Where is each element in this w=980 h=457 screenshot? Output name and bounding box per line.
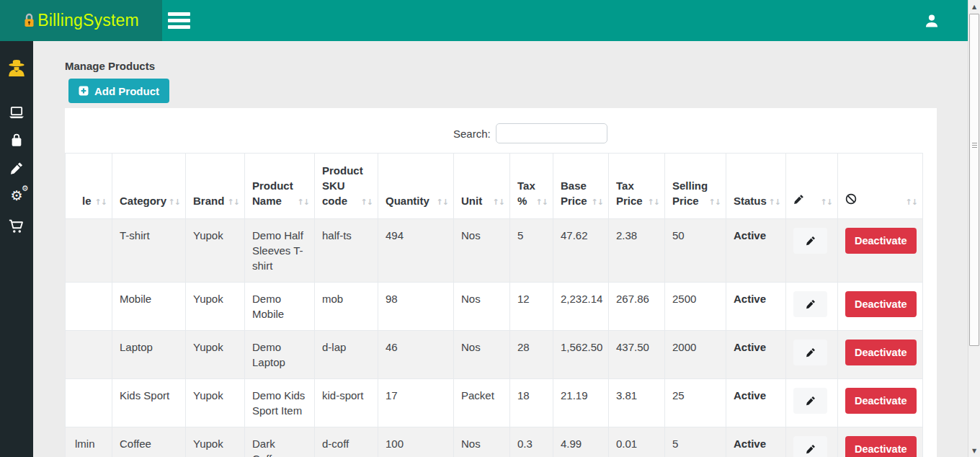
col-header-tax-price[interactable]: Tax Price↑↓ <box>609 154 665 219</box>
col-header-unit[interactable]: Unit↑↓ <box>454 154 510 219</box>
cell-category: Kids Sport <box>112 379 186 427</box>
cell-unit: Packet <box>454 379 510 427</box>
cell-selling-price: 2500 <box>665 283 726 331</box>
col-header-status[interactable]: Status↑↓ <box>726 154 786 219</box>
col-header-edit[interactable]: ↑↓ <box>786 154 838 219</box>
cell-product-name: Demo Half Sleeves T-shirt <box>245 219 315 283</box>
cell-tax-percent: 5 <box>510 219 553 283</box>
deactivate-button[interactable]: Deactivate <box>845 228 917 254</box>
sort-icon: ↑↓ <box>493 197 504 208</box>
cell-unit: Nos <box>454 331 510 379</box>
main-content: Manage Products Add Product Search: <box>33 41 968 457</box>
cell-selling-price: 5 <box>665 427 726 457</box>
brand-logo[interactable]: BillingSystem <box>0 0 162 41</box>
cell-selling-price: 50 <box>665 219 726 283</box>
search-input[interactable] <box>496 123 607 143</box>
sort-icon: ↑↓ <box>906 197 917 208</box>
cell-tax-price: 267.86 <box>609 283 665 331</box>
col-header-brand[interactable]: Brand↑↓ <box>186 154 245 219</box>
scroll-down-icon[interactable]: ▼ <box>968 445 980 456</box>
user-secret-icon[interactable] <box>7 58 27 78</box>
cell-category: Mobile <box>112 283 186 331</box>
table-row: Kids Sport Yupok Demo Kids Sport Item ki… <box>66 379 923 427</box>
status-badge: Active <box>726 331 786 379</box>
pencil-icon[interactable] <box>10 161 24 175</box>
laptop-icon[interactable] <box>9 106 24 120</box>
cell-product-name: Demo Kids Sport Item <box>245 379 315 427</box>
brand-name: BillingSystem <box>37 11 139 30</box>
edit-button[interactable] <box>793 436 827 457</box>
shopping-cart-icon[interactable] <box>9 219 24 234</box>
cell-brand: Yupok <box>186 427 245 457</box>
edit-button[interactable] <box>793 340 827 365</box>
col-header-base-price[interactable]: Base Price↑↓ <box>553 154 609 219</box>
sort-icon: ↑↓ <box>169 197 180 208</box>
edit-button[interactable] <box>793 291 827 317</box>
cell-tax-price: 3.81 <box>609 379 665 427</box>
sort-icon: ↑↓ <box>298 197 309 208</box>
scrollbar-grip <box>972 143 977 149</box>
cell-sku: half-ts <box>315 219 378 283</box>
col-header-category[interactable]: Category↑↓ <box>112 154 186 219</box>
edit-button[interactable] <box>793 228 827 254</box>
sort-icon: ↑↓ <box>648 197 659 208</box>
scrollbar-thumb[interactable] <box>969 14 979 346</box>
cell-tax-percent: 28 <box>510 331 553 379</box>
deactivate-button[interactable]: Deactivate <box>845 436 917 457</box>
table-row: Laptop Yupok Demo Laptop d-lap 46 Nos 28… <box>66 331 923 379</box>
cell-brand: Yupok <box>186 219 245 283</box>
cell-base-price: 47.62 <box>553 219 609 283</box>
table-row: lmin Coffee Yupok Dark Coffee d-coff 100… <box>66 427 923 457</box>
user-account-icon[interactable] <box>918 7 945 35</box>
cell-category: Laptop <box>112 331 186 379</box>
col-header-product-name[interactable]: Product Name↑↓ <box>245 154 315 219</box>
scroll-up-icon[interactable]: ▲ <box>968 1 980 12</box>
status-badge: Active <box>726 283 786 331</box>
col-header-sku[interactable]: Product SKU code↑↓ <box>315 154 378 219</box>
gears-icon[interactable]: ⚙⚙ <box>10 189 22 203</box>
hamburger-menu-icon[interactable] <box>168 6 201 35</box>
add-product-label: Add Product <box>94 85 159 97</box>
cell-unit: Nos <box>454 283 510 331</box>
status-badge: Active <box>726 379 786 427</box>
edit-button[interactable] <box>793 388 827 414</box>
col-header-tax-percent[interactable]: Tax %↑↓ <box>510 154 553 219</box>
plus-square-icon <box>79 86 89 96</box>
deactivate-button[interactable]: Deactivate <box>845 291 917 317</box>
col-header-selling-price[interactable]: Selling Price↑↓ <box>665 154 726 219</box>
cell-sku: d-coff <box>315 427 378 457</box>
cell-brand: Yupok <box>186 283 245 331</box>
status-badge: Active <box>726 427 786 457</box>
vertical-scrollbar[interactable]: ▲ ▼ <box>968 0 980 457</box>
cell-quantity: 98 <box>378 283 454 331</box>
sort-icon: ↑↓ <box>437 197 448 208</box>
cell-category: Coffee <box>112 427 186 457</box>
cell-tax-price: 437.50 <box>609 331 665 379</box>
cell-quantity: 494 <box>378 219 454 283</box>
cell-base-price: 1,562.50 <box>553 331 609 379</box>
deactivate-button[interactable]: Deactivate <box>845 388 917 414</box>
add-product-button[interactable]: Add Product <box>68 79 169 103</box>
cell-unit: Nos <box>454 427 510 457</box>
left-sidebar: ⚙⚙ <box>0 41 33 457</box>
cell-sku: kid-sport <box>315 379 378 427</box>
cell-category: T-shirt <box>112 219 186 283</box>
cell-clipped <box>66 379 112 427</box>
sort-icon: ↑↓ <box>769 197 780 208</box>
col-header-quantity[interactable]: Quantity↑↓ <box>378 154 454 219</box>
products-card: Search: le↑↓ Category↑↓ Brand↑↓ Product … <box>65 108 937 457</box>
sort-icon: ↑↓ <box>361 197 373 208</box>
products-table-wrap: le↑↓ Category↑↓ Brand↑↓ Product Name↑↓ P… <box>65 153 922 457</box>
cell-sku: d-lap <box>315 331 378 379</box>
cell-clipped: lmin <box>66 427 112 457</box>
cell-selling-price: 25 <box>665 379 726 427</box>
deactivate-button[interactable]: Deactivate <box>845 340 917 365</box>
cell-base-price: 2,232.14 <box>553 283 609 331</box>
cell-unit: Nos <box>454 219 510 283</box>
shopping-bag-icon[interactable] <box>10 133 24 147</box>
col-header-deactivate[interactable]: ↑↓ <box>838 154 923 219</box>
col-header-clipped[interactable]: le↑↓ <box>66 154 112 219</box>
cell-product-name: Dark Coffee <box>245 427 315 457</box>
products-table: le↑↓ Category↑↓ Brand↑↓ Product Name↑↓ P… <box>65 153 923 457</box>
cell-quantity: 46 <box>378 331 454 379</box>
